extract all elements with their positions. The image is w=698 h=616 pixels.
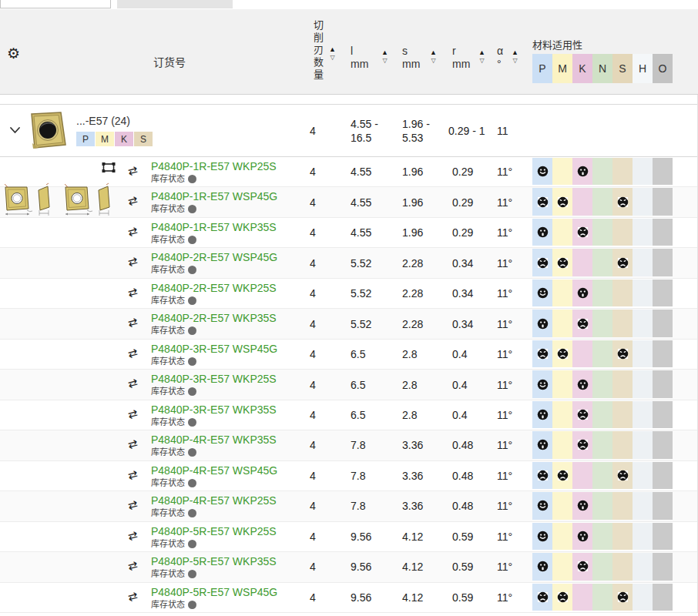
product-link[interactable]: P4840P-5R-E57 WKP25S <box>151 525 277 538</box>
compare-icon[interactable]: ⇄ <box>128 376 143 391</box>
compare-icon[interactable]: ⇄ <box>128 315 143 330</box>
sort-control-edges[interactable]: ▲ ▽ <box>329 46 336 61</box>
suitability-poor-icon <box>577 439 589 450</box>
compare-icon[interactable]: ⇄ <box>128 497 143 513</box>
alpha-value: 11° <box>497 379 512 391</box>
alpha-value: 11° <box>497 500 512 512</box>
material-cell-S <box>612 523 633 550</box>
suitability-poor-icon <box>617 257 629 269</box>
material-header-K[interactable]: K <box>572 54 592 83</box>
material-cell-O <box>653 553 673 580</box>
material-cell-M <box>552 462 572 489</box>
product-row: ⇄ P4840P-2R-E57 WKP35S 库存状态 4 5.52 2.28 … <box>0 309 697 339</box>
gear-icon[interactable]: ⚙ <box>7 46 20 61</box>
group-badge-K: K <box>115 132 133 146</box>
material-cell-M <box>552 188 572 215</box>
product-link[interactable]: P4840P-3R-E57 WKP25S <box>151 373 277 386</box>
r-unit: mm <box>452 58 470 71</box>
material-cell-O <box>653 249 673 276</box>
product-link[interactable]: P4840P-2R-E57 WSP45G <box>151 251 277 264</box>
expand-drawing-icon[interactable] <box>101 162 116 176</box>
material-cell-K <box>572 553 592 580</box>
compare-icon[interactable]: ⇄ <box>128 285 143 300</box>
compare-icon[interactable]: ⇄ <box>128 558 143 574</box>
material-header-S[interactable]: S <box>612 54 633 83</box>
material-cell-K <box>572 158 592 185</box>
compare-icon[interactable]: ⇄ <box>128 589 143 604</box>
compare-icon[interactable]: ⇄ <box>128 163 143 179</box>
sort-asc-icon: ▲ <box>478 49 485 56</box>
material-cell-M <box>552 584 572 611</box>
product-link[interactable]: P4840P-4R-E57 WSP45G <box>151 464 277 477</box>
product-link[interactable]: P4840P-4R-E57 WKP25S <box>151 494 277 507</box>
s-value: 2.8 <box>402 409 417 421</box>
material-suitability-cells <box>532 401 673 428</box>
compare-icon[interactable]: ⇄ <box>128 407 143 422</box>
stock-status-label: 库存状态 <box>151 296 185 306</box>
product-link[interactable]: P4840P-3R-E57 WKP35S <box>151 403 277 417</box>
material-header-M[interactable]: M <box>552 54 572 83</box>
compare-icon[interactable]: ⇄ <box>128 254 143 270</box>
l-value: 5.52 <box>351 318 371 330</box>
material-cell-N <box>592 219 612 246</box>
material-cell-H <box>633 370 653 397</box>
material-header-O[interactable]: O <box>653 54 673 83</box>
product-link[interactable]: P4840P-4R-E57 WKP35S <box>151 434 277 447</box>
sort-control-s[interactable]: ▲ ▽ <box>430 49 437 64</box>
material-header-H[interactable]: H <box>633 54 653 83</box>
stock-status: 库存状态 <box>151 447 277 457</box>
material-cell-P <box>532 553 552 580</box>
product-link[interactable]: P4840P-5R-E57 WKP35S <box>151 555 277 568</box>
l-value: 7.8 <box>351 500 365 512</box>
chevron-down-icon[interactable] <box>9 125 21 137</box>
material-cell-M <box>552 401 572 428</box>
material-cell-N <box>592 340 612 367</box>
r-value: 0.59 <box>452 531 473 543</box>
material-cell-N <box>592 584 612 611</box>
product-link[interactable]: P4840P-5R-E57 WSP45G <box>151 586 277 599</box>
r-value: 0.48 <box>452 500 473 512</box>
edges-value: 4 <box>310 561 316 573</box>
s-value: 3.36 <box>402 470 423 482</box>
stock-status: 库存状态 <box>151 235 277 245</box>
product-info: P4840P-4R-E57 WKP25S 库存状态 <box>151 494 277 518</box>
s-value: 2.28 <box>402 318 423 330</box>
r-value: 0.29 <box>452 226 473 239</box>
product-link[interactable]: P4840P-1R-E57 WSP45G <box>151 190 277 203</box>
compare-icon[interactable]: ⇄ <box>128 224 143 239</box>
sort-control-alpha[interactable]: ▲ ▽ <box>512 49 518 64</box>
product-link[interactable]: P4840P-1R-E57 WKP25S <box>151 160 277 173</box>
sort-control-r[interactable]: ▲ ▽ <box>478 49 485 64</box>
material-header-N[interactable]: N <box>592 54 612 83</box>
material-cell-H <box>633 584 653 611</box>
product-info: P4840P-5R-E57 WKP35S 库存状态 <box>151 555 277 579</box>
compare-icon[interactable]: ⇄ <box>128 528 143 544</box>
material-suitability-cells <box>532 340 673 367</box>
tab-segment-active[interactable] <box>0 0 111 8</box>
insert-product-photo[interactable] <box>25 109 69 155</box>
product-link[interactable]: P4840P-2R-E57 WKP35S <box>151 312 277 325</box>
sort-control-l[interactable]: ▲ ▽ <box>381 49 388 64</box>
product-row: ⇄ P4840P-1R-E57 WSP45G 库存状态 4 4.55 1.96 … <box>0 187 697 217</box>
r-symbol: r <box>452 45 470 58</box>
product-link[interactable]: P4840P-3R-E57 WSP45G <box>151 343 277 356</box>
product-row: ⇄ P4840P-1R-E57 WKP35S 库存状态 4 4.55 1.96 … <box>0 218 697 248</box>
stock-status-icon <box>188 175 196 183</box>
compare-icon[interactable]: ⇄ <box>128 467 143 483</box>
product-link[interactable]: P4840P-2R-E57 WKP25S <box>151 282 277 295</box>
material-cell-K <box>572 219 592 246</box>
s-value: 2.28 <box>402 287 423 300</box>
material-cell-P <box>532 523 552 550</box>
material-header-P[interactable]: P <box>532 54 552 83</box>
tab-segment-inactive[interactable] <box>117 0 233 8</box>
product-link[interactable]: P4840P-1R-E57 WKP35S <box>151 221 277 234</box>
product-info: P4840P-2R-E57 WKP35S 库存状态 <box>151 312 277 336</box>
compare-icon[interactable]: ⇄ <box>128 346 143 361</box>
compare-icon[interactable]: ⇄ <box>128 193 143 209</box>
group-row[interactable]: ...-E57 (24) PMKS 4 4.55 - 16.5 1.96 - 5… <box>0 105 697 157</box>
compare-icon[interactable]: ⇄ <box>128 437 143 452</box>
stock-status: 库存状态 <box>151 569 277 579</box>
s-value: 2.8 <box>402 379 417 391</box>
alpha-value: 11° <box>497 591 512 604</box>
product-table: ...-E57 (24) PMKS 4 4.55 - 16.5 1.96 - 5… <box>0 95 698 613</box>
